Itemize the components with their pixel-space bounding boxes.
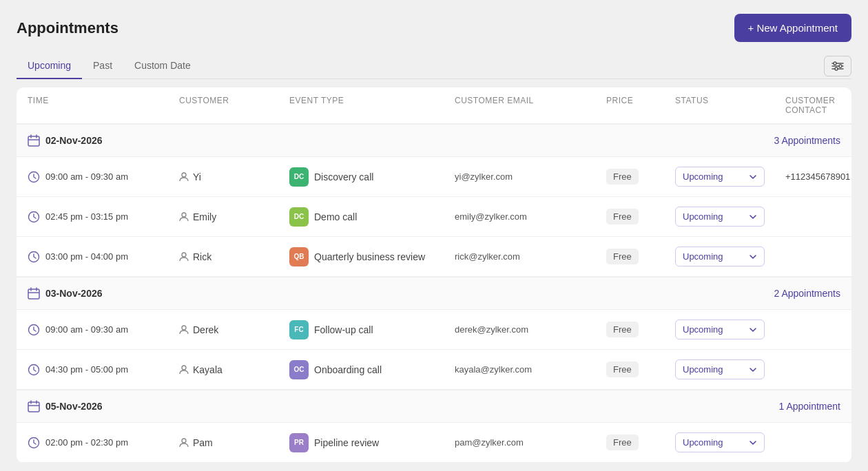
clock-icon xyxy=(28,251,40,263)
person-icon xyxy=(179,252,189,262)
svg-point-5 xyxy=(835,67,838,70)
time-cell: 04:30 pm - 05:00 pm xyxy=(28,364,179,376)
status-cell: Upcoming xyxy=(675,432,785,452)
status-dropdown[interactable]: Upcoming xyxy=(675,167,765,187)
svg-point-4 xyxy=(839,65,842,67)
col-customer: CUSTOMER xyxy=(179,96,289,115)
event-cell: OC Onboarding call xyxy=(289,360,455,379)
event-badge: QB xyxy=(289,247,309,266)
time-cell: 03:00 pm - 04:00 pm xyxy=(28,251,179,263)
svg-point-29 xyxy=(182,439,186,443)
date-group-header-0: 02-Nov-2026 3 Appointments xyxy=(17,124,851,157)
price-cell: Free xyxy=(606,322,675,337)
status-cell: Upcoming xyxy=(675,207,785,227)
person-icon xyxy=(179,212,189,222)
email-cell: pam@zylker.com xyxy=(455,437,606,448)
svg-point-11 xyxy=(182,173,186,177)
page-title: Appointments xyxy=(17,19,118,37)
calendar-icon xyxy=(28,287,40,300)
price-cell: Free xyxy=(606,169,675,185)
status-dropdown[interactable]: Upcoming xyxy=(675,207,765,227)
person-icon xyxy=(179,172,189,182)
person-icon xyxy=(179,325,189,335)
event-badge: OC xyxy=(289,360,309,379)
status-cell: Upcoming xyxy=(675,359,785,379)
appointments-table: TIME CUSTOMER EVENT TYPE CUSTOMER EMAIL … xyxy=(17,87,851,463)
svg-rect-24 xyxy=(28,402,39,412)
table-row: 03:00 pm - 04:00 pm Rick QB Quarterly bu… xyxy=(17,237,851,277)
status-cell: Upcoming xyxy=(675,247,785,266)
status-dropdown[interactable]: Upcoming xyxy=(675,432,765,452)
event-badge: FC xyxy=(289,320,309,339)
time-cell: 09:00 am - 09:30 am xyxy=(28,171,179,183)
email-cell: derek@zylker.com xyxy=(455,324,606,335)
status-cell: Upcoming xyxy=(675,167,785,187)
date-label-1: 03-Nov-2026 xyxy=(45,288,103,299)
clock-icon xyxy=(28,171,40,183)
svg-point-15 xyxy=(182,253,186,257)
customer-cell: Emily xyxy=(179,211,289,222)
time-cell: 09:00 am - 09:30 am xyxy=(28,324,179,336)
email-cell: rick@zylker.com xyxy=(455,251,606,262)
tab-custom-date[interactable]: Custom Date xyxy=(123,53,202,79)
svg-point-3 xyxy=(834,62,836,65)
date-label-0: 02-Nov-2026 xyxy=(45,135,103,146)
clock-icon xyxy=(28,211,40,223)
appt-count-2: 1 Appointment xyxy=(778,401,840,412)
chevron-down-icon xyxy=(749,213,757,221)
event-cell: DC Demo call xyxy=(289,207,455,227)
customer-cell: Derek xyxy=(179,324,289,335)
date-group-header-1: 03-Nov-2026 2 Appointments xyxy=(17,277,851,310)
table-row: 02:45 pm - 03:15 pm Emily DC Demo call e… xyxy=(17,197,851,237)
person-icon xyxy=(179,365,189,375)
chevron-down-icon xyxy=(749,253,757,261)
price-cell: Free xyxy=(606,362,675,377)
time-cell: 02:45 pm - 03:15 pm xyxy=(28,211,179,223)
event-badge: DC xyxy=(289,207,309,227)
col-time: TIME xyxy=(28,96,179,115)
date-group-0: 02-Nov-2026 3 Appointments 09:00 am - 09… xyxy=(17,124,851,277)
customer-cell: Yi xyxy=(179,171,289,182)
clock-icon xyxy=(28,437,40,449)
tab-past[interactable]: Past xyxy=(82,53,123,79)
svg-point-21 xyxy=(182,326,186,330)
table-row: 02:00 pm - 02:30 pm Pam PR Pipeline revi… xyxy=(17,423,851,463)
svg-rect-16 xyxy=(28,289,39,299)
chevron-down-icon xyxy=(749,326,757,334)
email-cell: kayala@zylker.com xyxy=(455,364,606,375)
calendar-icon xyxy=(28,134,40,147)
price-cell: Free xyxy=(606,435,675,450)
table-row: 09:00 am - 09:30 am Yi DC Discovery call… xyxy=(17,157,851,197)
customer-cell: Kayala xyxy=(179,364,289,375)
chevron-down-icon xyxy=(749,366,757,374)
date-label-2: 05-Nov-2026 xyxy=(45,401,103,412)
filter-button[interactable] xyxy=(824,56,851,76)
status-dropdown[interactable]: Upcoming xyxy=(675,320,765,339)
customer-cell: Pam xyxy=(179,437,289,448)
customer-cell: Rick xyxy=(179,251,289,262)
calendar-icon xyxy=(28,400,40,412)
clock-icon xyxy=(28,324,40,336)
table-row: 09:00 am - 09:30 am Derek FC Follow-up c… xyxy=(17,310,851,350)
status-dropdown[interactable]: Upcoming xyxy=(675,247,765,266)
event-cell: PR Pipeline review xyxy=(289,433,455,452)
event-badge: PR xyxy=(289,433,309,452)
col-email: CUSTOMER EMAIL xyxy=(455,96,606,115)
email-cell: yi@zylker.com xyxy=(455,171,606,182)
contact-cell: +112345678901 xyxy=(785,171,850,182)
col-contact: CUSTOMER CONTACT xyxy=(785,96,840,115)
appt-count-1: 2 Appointments xyxy=(774,288,840,299)
price-cell: Free xyxy=(606,209,675,224)
time-cell: 02:00 pm - 02:30 pm xyxy=(28,437,179,449)
svg-point-23 xyxy=(182,366,186,370)
date-group-1: 03-Nov-2026 2 Appointments 09:00 am - 09… xyxy=(17,277,851,390)
col-price: PRICE xyxy=(606,96,675,115)
tabs-row: Upcoming Past Custom Date xyxy=(17,53,851,79)
date-group-header-2: 05-Nov-2026 1 Appointment xyxy=(17,390,851,423)
status-dropdown[interactable]: Upcoming xyxy=(675,359,765,379)
new-appointment-button[interactable]: + New Appointment xyxy=(734,14,852,42)
email-cell: emily@zylker.com xyxy=(455,211,606,222)
table-header: TIME CUSTOMER EVENT TYPE CUSTOMER EMAIL … xyxy=(17,87,851,124)
tab-upcoming[interactable]: Upcoming xyxy=(17,53,82,79)
col-status: STATUS xyxy=(675,96,785,115)
